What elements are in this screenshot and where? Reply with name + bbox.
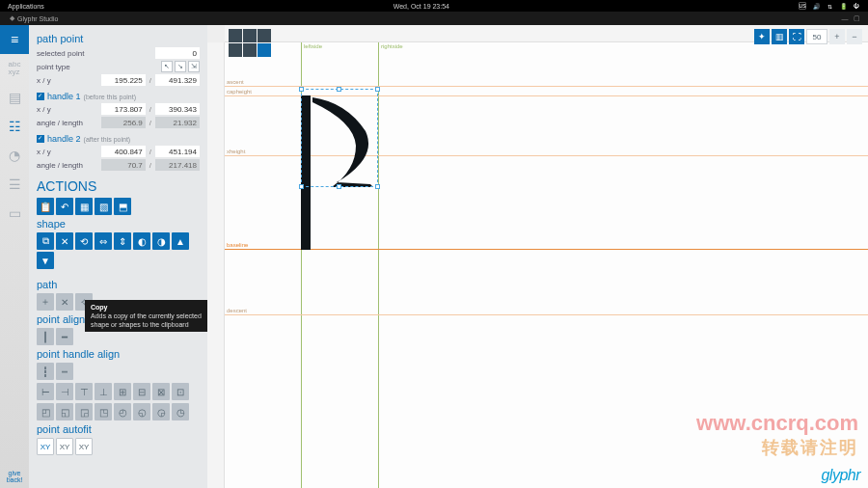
tooltip-body: Adds a copy of the currently selected sh… — [91, 312, 202, 329]
pha-1[interactable]: ┇ — [37, 363, 54, 380]
shape-reverse[interactable]: ⟲ — [75, 232, 93, 250]
pha-2[interactable]: ┅ — [56, 363, 73, 380]
nav-history-icon[interactable]: ◔ — [0, 141, 29, 170]
nav-glyphs-icon[interactable]: abcxyz — [0, 54, 29, 83]
point-type-label: point type — [37, 63, 90, 71]
tool-path-edit[interactable] — [243, 43, 257, 57]
pha-4[interactable]: ⊣ — [56, 383, 73, 400]
tooltip: Copy Adds a copy of the currently select… — [85, 300, 207, 332]
volume-icon[interactable]: 🔊 — [812, 2, 820, 10]
view-fit[interactable]: ⛶ — [789, 29, 804, 44]
app-menu-icon[interactable]: ◆ — [6, 14, 17, 22]
zoom-in[interactable]: + — [829, 29, 845, 44]
align-v[interactable]: ┃ — [37, 328, 54, 345]
h2-length-input[interactable] — [155, 159, 200, 171]
h1-length-input[interactable] — [155, 117, 200, 128]
tool-arrow[interactable] — [229, 29, 242, 42]
battery-icon[interactable]: 🔋 — [839, 2, 847, 10]
h1-y-input[interactable] — [155, 103, 200, 115]
action-paste[interactable]: 📋 — [37, 198, 54, 215]
pha-8[interactable]: ⊟ — [133, 383, 150, 400]
h2-y-input[interactable] — [155, 146, 200, 157]
point-type-symmetric[interactable]: ⇲ — [188, 61, 200, 72]
pha-13[interactable]: ◲ — [75, 403, 93, 420]
shape-layer-down[interactable]: ▼ — [37, 252, 54, 269]
minimize-button[interactable]: — — [839, 15, 851, 22]
sel-handle-s[interactable] — [337, 184, 341, 189]
window-titlebar: ◆ Glyphr Studio — ▢ — [0, 12, 868, 25]
autofit-x[interactable]: XY — [56, 438, 73, 455]
pha-16[interactable]: ◵ — [133, 403, 150, 420]
path-add-point[interactable]: ＋ — [37, 293, 54, 311]
label-descent: descent — [227, 308, 247, 313]
pha-14[interactable]: ◳ — [95, 403, 112, 420]
pha-3[interactable]: ⊢ — [37, 383, 54, 400]
shape-delete[interactable]: ✕ — [56, 232, 73, 250]
h2-x-input[interactable] — [101, 146, 146, 157]
pha-10[interactable]: ⊡ — [172, 383, 189, 400]
sel-handle-nw[interactable] — [299, 87, 304, 92]
view-context-glyphs[interactable]: ✦ — [754, 29, 770, 44]
handle1-checkbox[interactable] — [37, 93, 44, 100]
h2-angle-input[interactable] — [101, 159, 146, 171]
sel-handle-se[interactable] — [375, 184, 380, 189]
zoom-out[interactable]: − — [847, 29, 862, 44]
user-icon[interactable]: ⏻ — [853, 2, 860, 10]
tool-shape[interactable] — [258, 29, 271, 42]
view-split[interactable]: ▥ — [772, 29, 787, 44]
nav-save-icon[interactable]: ▭ — [0, 199, 29, 228]
pha-17[interactable]: ◶ — [152, 403, 170, 420]
handle2-label: handle 2 — [47, 134, 81, 144]
action-undo[interactable]: ↶ — [56, 198, 73, 215]
lang-indicator[interactable]: US — [799, 2, 806, 10]
canvas-tools — [229, 29, 275, 57]
give-back-link[interactable]: give back! — [7, 466, 23, 488]
point-type-flat[interactable]: ↘ — [175, 61, 186, 72]
apps-menu[interactable]: Applications — [8, 3, 44, 10]
zoom-value[interactable]: 50 — [806, 29, 827, 44]
pha-7[interactable]: ⊞ — [114, 383, 131, 400]
wifi-icon[interactable]: ⇅ — [826, 2, 833, 10]
align-h[interactable]: ━ — [56, 328, 73, 345]
pha-12[interactable]: ◱ — [56, 403, 73, 420]
h1-angle-input[interactable] — [101, 117, 146, 128]
selected-point-input[interactable] — [155, 47, 200, 59]
shape-flip-v[interactable]: ⇕ — [114, 232, 131, 250]
shape-layer-up[interactable]: ▲ — [172, 232, 189, 250]
shape-flip-h[interactable]: ⇔ — [95, 232, 112, 250]
action-add-component[interactable]: ▧ — [95, 198, 112, 215]
pha-15[interactable]: ◴ — [114, 403, 131, 420]
shape-rotate-r[interactable]: ◑ — [152, 232, 170, 250]
tool-point-edit[interactable] — [258, 43, 271, 57]
point-y-input[interactable] — [155, 74, 200, 86]
shape-copy[interactable]: ⧉ — [37, 232, 54, 250]
action-add-shape[interactable]: ▦ — [75, 198, 93, 215]
nav-guides-icon[interactable]: ☰ — [0, 170, 29, 199]
selection-bounds[interactable] — [301, 89, 378, 187]
autofit-y[interactable]: XY — [75, 438, 93, 455]
sel-handle-n[interactable] — [337, 87, 341, 92]
edit-canvas[interactable]: ✦ ▥ ⛶ 50 + − leftside rightside ascent c… — [207, 25, 868, 488]
pha-6[interactable]: ⊥ — [95, 383, 112, 400]
maximize-button[interactable]: ▢ — [851, 14, 862, 22]
point-x-input[interactable] — [101, 74, 146, 86]
sel-handle-sw[interactable] — [299, 184, 304, 189]
pha-5[interactable]: ⊤ — [75, 383, 93, 400]
sel-handle-ne[interactable] — [375, 87, 380, 92]
nav-attributes-icon[interactable]: ☷ — [0, 112, 29, 141]
tool-path-add[interactable] — [229, 43, 242, 57]
pha-18[interactable]: ◷ — [172, 403, 189, 420]
pha-9[interactable]: ⊠ — [152, 383, 170, 400]
autofit-xy[interactable]: XY — [37, 438, 54, 455]
tool-pen[interactable] — [243, 29, 257, 42]
handle2-checkbox[interactable] — [37, 135, 44, 143]
h1-x-input[interactable] — [101, 103, 146, 115]
path-delete-point[interactable]: ✕ — [56, 293, 73, 311]
shape-rotate-l[interactable]: ◐ — [133, 232, 150, 250]
nav-menu-icon[interactable]: ≡ — [0, 25, 29, 54]
pha-11[interactable]: ◰ — [37, 403, 54, 420]
action-get-shapes[interactable]: ⬒ — [114, 198, 131, 215]
label-capheight: capheight — [227, 89, 252, 95]
nav-layers-icon[interactable]: ▤ — [0, 83, 29, 112]
point-type-corner[interactable]: ↖ — [161, 61, 173, 72]
